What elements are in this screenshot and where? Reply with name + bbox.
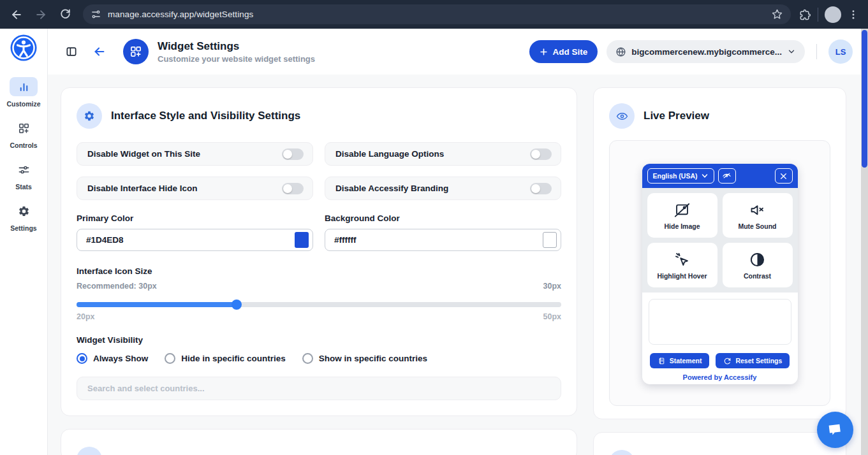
browser-chrome: manage.accessify.app/widgetSettings bbox=[0, 0, 868, 29]
widget-header: English (USA) bbox=[642, 164, 798, 188]
site-settings-icon[interactable] bbox=[91, 9, 101, 20]
eye-icon bbox=[609, 103, 635, 129]
close-icon bbox=[779, 172, 788, 180]
chat-button[interactable] bbox=[817, 412, 853, 448]
mute-sound-icon bbox=[749, 201, 766, 219]
reset-icon bbox=[723, 357, 732, 365]
toggle-switch[interactable] bbox=[530, 148, 552, 160]
gear-icon bbox=[77, 103, 102, 129]
panel-toggle-icon[interactable] bbox=[62, 42, 81, 61]
primary-color-input[interactable]: #1D4ED8 bbox=[77, 229, 313, 251]
contrast-icon bbox=[749, 251, 766, 268]
customize-chart-icon bbox=[10, 77, 38, 96]
chevron-down-icon bbox=[787, 47, 796, 56]
radio-always-show[interactable]: Always Show bbox=[77, 353, 148, 364]
widget-settings-icon bbox=[123, 39, 149, 64]
add-site-button[interactable]: Add Site bbox=[529, 40, 598, 63]
toggle-switch[interactable] bbox=[282, 183, 304, 194]
preview-card-title: Live Preview bbox=[644, 110, 709, 122]
toggle-disable-hide-icon: Disable Interface Hide Icon bbox=[77, 177, 313, 200]
sidebar-item-label: Settings bbox=[10, 224, 36, 232]
hide-image-icon bbox=[673, 201, 691, 219]
hide-widget-button[interactable] bbox=[718, 168, 736, 184]
radio-button[interactable] bbox=[165, 353, 175, 364]
site-selector[interactable]: bigcommercenew.mybigcommerce... bbox=[607, 40, 805, 63]
sidebar-item-label: Controls bbox=[10, 141, 37, 149]
toggle-switch[interactable] bbox=[530, 183, 552, 194]
browser-refresh-icon[interactable] bbox=[55, 4, 75, 25]
next-settings-card bbox=[61, 429, 577, 455]
chrome-divider bbox=[818, 8, 818, 22]
accessify-logo[interactable] bbox=[10, 34, 38, 62]
icon-size-current: 30px bbox=[543, 282, 562, 291]
eye-off-icon bbox=[722, 171, 732, 181]
live-preview-card: Live Preview English (USA) bbox=[593, 87, 846, 419]
page-scrollbar[interactable] bbox=[861, 29, 868, 455]
browser-forward-icon[interactable] bbox=[31, 4, 51, 25]
header-divider bbox=[816, 44, 817, 59]
plus-icon bbox=[540, 48, 548, 56]
toggle-switch[interactable] bbox=[282, 148, 304, 160]
sidebar-item-label: Stats bbox=[15, 183, 32, 191]
statement-icon bbox=[658, 357, 666, 365]
site-domain: bigcommercenew.mybigcommerce... bbox=[631, 47, 782, 57]
bookmark-star-icon[interactable] bbox=[771, 8, 783, 20]
background-color-label: Background Color bbox=[325, 213, 561, 223]
toggle-disable-widget: Disable Widget on This Site bbox=[77, 142, 313, 166]
card-icon-circle bbox=[77, 447, 102, 455]
sidebar-item-customize[interactable]: Customize bbox=[6, 77, 40, 108]
settings-card-title: Interface Style and Visibility Settings bbox=[111, 110, 300, 122]
browser-profile-avatar[interactable] bbox=[825, 6, 841, 23]
interface-settings-card: Interface Style and Visibility Settings … bbox=[61, 87, 577, 416]
sidebar-item-settings[interactable]: Settings bbox=[10, 201, 38, 232]
radio-button[interactable] bbox=[302, 353, 313, 364]
close-widget-button[interactable] bbox=[775, 168, 793, 184]
chat-icon bbox=[825, 420, 844, 439]
user-avatar[interactable]: LS bbox=[828, 40, 853, 64]
powered-by-link[interactable]: Powered by Accessify bbox=[642, 373, 798, 381]
scrollbar-thumb[interactable] bbox=[862, 30, 867, 168]
country-search-input[interactable] bbox=[77, 377, 561, 400]
icon-size-min: 20px bbox=[77, 312, 95, 321]
chevron-down-icon bbox=[701, 172, 709, 180]
background-color-input[interactable]: #ffffff bbox=[325, 229, 561, 251]
background-color-swatch[interactable] bbox=[543, 232, 557, 248]
next-preview-card bbox=[593, 432, 846, 455]
sidebar-item-controls[interactable]: Controls bbox=[10, 119, 38, 149]
stats-sliders-icon bbox=[10, 160, 38, 179]
primary-color-swatch[interactable] bbox=[295, 232, 309, 248]
radio-hide-in-countries[interactable]: Hide in specific countries bbox=[165, 353, 286, 364]
card-icon-circle bbox=[609, 450, 635, 455]
icon-size-slider[interactable] bbox=[77, 302, 561, 307]
slider-thumb[interactable] bbox=[232, 300, 242, 310]
language-selector[interactable]: English (USA) bbox=[647, 168, 714, 184]
highlight-hover-icon bbox=[673, 251, 691, 268]
widget-feature-grid: Hide Image Mute Sound Highlight Hover bbox=[642, 188, 798, 292]
extensions-icon[interactable] bbox=[798, 8, 811, 21]
sidebar-item-label: Customize bbox=[6, 100, 40, 108]
icon-size-max: 50px bbox=[543, 312, 562, 321]
browser-back-icon[interactable] bbox=[6, 4, 27, 25]
browser-menu-icon[interactable] bbox=[848, 9, 859, 20]
feature-mute-sound[interactable]: Mute Sound bbox=[723, 193, 793, 238]
url-text[interactable]: manage.accessify.app/widgetSettings bbox=[108, 10, 253, 19]
radio-button[interactable] bbox=[77, 353, 87, 364]
radio-show-in-countries[interactable]: Show in specific countries bbox=[302, 353, 427, 364]
settings-gear-icon bbox=[10, 201, 38, 220]
controls-grid-icon bbox=[10, 119, 38, 138]
accessibility-widget-preview: English (USA) bbox=[642, 164, 798, 384]
visibility-label: Widget Visibility bbox=[77, 335, 561, 345]
statement-button[interactable]: Statement bbox=[650, 353, 710, 368]
feature-highlight-hover[interactable]: Highlight Hover bbox=[647, 243, 717, 287]
slider-fill bbox=[77, 302, 237, 307]
page-header: Widget Settings Customize your website w… bbox=[48, 29, 868, 75]
url-bar[interactable]: manage.accessify.app/widgetSettings bbox=[83, 4, 791, 24]
feature-hide-image[interactable]: Hide Image bbox=[647, 193, 717, 238]
sidebar-item-stats[interactable]: Stats bbox=[10, 160, 38, 191]
preview-area: English (USA) bbox=[609, 140, 830, 406]
page-subtitle: Customize your website widget settings bbox=[158, 54, 315, 64]
reset-settings-button[interactable]: Reset Settings bbox=[716, 353, 790, 368]
feature-contrast[interactable]: Contrast bbox=[723, 243, 793, 287]
back-arrow-icon[interactable] bbox=[90, 42, 109, 61]
toggle-disable-language: Disable Language Options bbox=[325, 142, 561, 166]
